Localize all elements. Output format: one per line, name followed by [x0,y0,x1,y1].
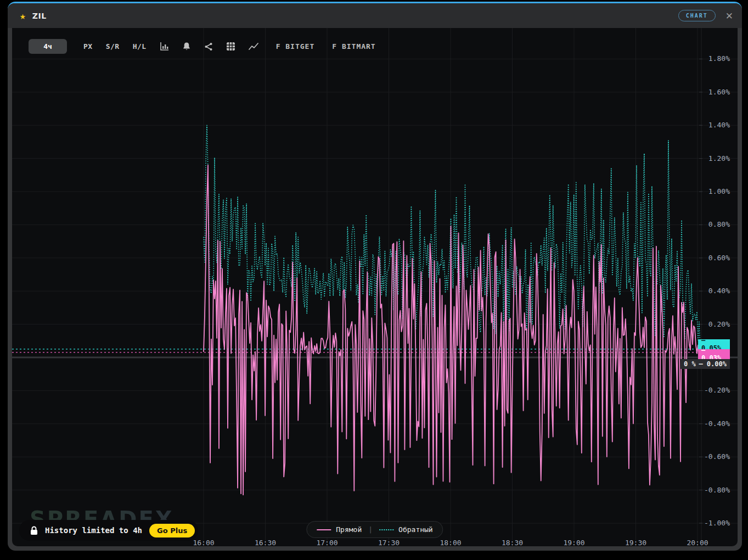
zero-price-badge: 0 % — 0.00% [680,359,730,369]
history-limit-banner: History limited to 4h Go Plus [19,520,198,541]
px-button[interactable]: PX [83,42,93,51]
symbol-title: ZIL [32,12,47,20]
zero-line [12,357,738,359]
chart-mode-badge[interactable]: CHART [678,10,716,21]
close-icon[interactable]: ✕ [725,10,733,21]
titlebar: ★ ZIL CHART ✕ [8,3,742,28]
favorite-star-icon[interactable]: ★ [20,11,26,21]
legend: Прямой | Обратный [306,521,443,538]
trendline-icon[interactable] [249,43,258,51]
chart-panel: 4ч PX S/R H/L F BITGET F BITMART [12,28,738,546]
history-limit-text: History limited to 4h [45,526,142,535]
reverse-line-swatch [379,529,393,530]
toolbar: 4ч PX S/R H/L F BITGET F BITMART [29,39,376,54]
legend-item-direct[interactable]: Прямой [317,525,362,534]
support-resistance-button[interactable]: S/R [106,42,120,51]
direct-price-badge: — 0.03% [698,349,730,359]
high-low-button[interactable]: H/L [133,42,147,51]
exchange-bitget-button[interactable]: F BITGET [276,42,315,51]
bell-icon[interactable] [182,42,191,51]
lock-icon [30,526,38,535]
go-plus-button[interactable]: Go Plus [149,524,195,537]
zero-countdown: 0 % [684,360,696,368]
legend-item-reverse[interactable]: Обратный [379,525,433,534]
legend-divider: | [368,525,373,534]
zero-label: — 0.00% [699,360,727,368]
chart-canvas[interactable] [12,28,738,546]
legend-reverse-label: Обратный [398,525,433,534]
chart-window: ★ ZIL CHART ✕ 4ч PX S/R H/L [8,2,742,551]
legend-direct-label: Прямой [336,525,362,534]
exchange-bitmart-button[interactable]: F BITMART [332,42,375,51]
timeframe-button[interactable]: 4ч [29,39,67,54]
chart-area: 1.80%1.60%1.40%1.20%1.00%0.80%0.60%0.40%… [12,28,738,546]
direct-series-line [204,165,700,495]
share-icon[interactable] [204,42,213,51]
histogram-icon[interactable] [160,42,169,51]
direct-line-swatch [317,529,331,530]
grid-icon[interactable] [226,42,235,51]
